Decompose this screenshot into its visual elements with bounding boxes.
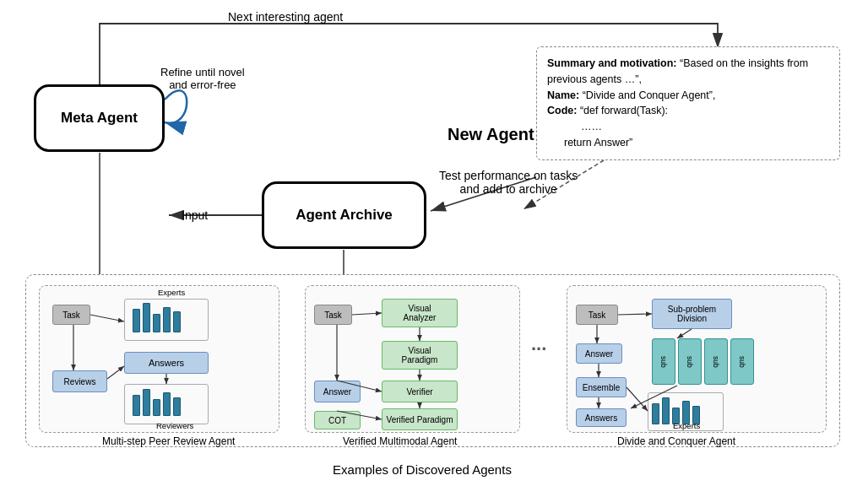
sub-box-3: sub	[704, 338, 728, 385]
multimodal-subpanel: Task VisualAnalyzer VisualParadigm Verif…	[305, 285, 520, 433]
summary-line1: Summary and motivation: “Based on the in…	[547, 56, 829, 88]
svg-line-9	[352, 313, 382, 315]
sub-box-1: sub	[652, 338, 675, 385]
summary-bold2: Name:	[547, 89, 579, 101]
experts-label-3: Experts	[673, 421, 700, 430]
test-perf-label: Test performance on tasksand add to arch…	[439, 169, 578, 196]
answer-box-2: Answer	[314, 381, 361, 402]
verified-paradigm-box: Verified Paradigm	[382, 408, 458, 430]
summary-line3: Code: “def forward(Task):	[547, 103, 829, 119]
svg-line-4	[90, 315, 124, 321]
divide-conquer-label: Divide and Conquer Agent	[617, 435, 735, 447]
svg-line-18	[677, 329, 692, 338]
meta-agent-box: Meta Agent	[34, 84, 165, 152]
summary-line2: Name: “Divide and Conquer Agent”,	[547, 88, 829, 104]
experts-border-1	[124, 299, 209, 341]
new-agent-label: New Agent	[448, 125, 534, 144]
sub-boxes-row: sub sub sub sub	[652, 338, 754, 385]
reviewers-border-1	[124, 384, 209, 424]
input-label: Input	[182, 208, 208, 222]
diagram-container: Next interesting agent Meta Agent Refine…	[0, 0, 868, 486]
sub-box-4: sub	[730, 338, 754, 385]
sub-box-2: sub	[678, 338, 702, 385]
dots-separator: ···	[531, 338, 546, 360]
multimodal-label: Verified Multimodal Agent	[343, 435, 457, 447]
peer-review-label: Multi-step Peer Review Agent	[102, 435, 235, 447]
divide-conquer-subpanel: Task Sub-problemDivision Answer Ensemble…	[567, 285, 827, 433]
visual-paradigm-box: VisualParadigm	[382, 341, 458, 370]
summary-bold1: Summary and motivation:	[547, 57, 677, 69]
task-box-1: Task	[52, 305, 90, 325]
meta-agent-label: Meta Agent	[61, 110, 138, 127]
next-agent-label: Next interesting agent	[228, 10, 343, 24]
experts-label-1: Experts	[158, 288, 185, 297]
svg-line-6	[107, 366, 124, 379]
test-perf-text: Test performance on tasksand add to arch…	[439, 169, 578, 196]
task-box-3: Task	[576, 305, 618, 325]
summary-line4: ……	[547, 119, 829, 135]
answers-box-1: Answers	[124, 352, 209, 374]
summary-line5: return Answer”	[547, 135, 829, 151]
svg-line-17	[618, 314, 652, 315]
summary-box: Summary and motivation: “Based on the in…	[536, 46, 840, 160]
visual-analyzer-box: VisualAnalyzer	[382, 299, 458, 327]
refine-text: Refine until noveland error-free	[160, 66, 245, 91]
verifier-box: Verifier	[382, 381, 458, 402]
summary-bold3: Code:	[547, 105, 577, 116]
agent-archive-box: Agent Archive	[262, 181, 426, 249]
answers-box-3: Answers	[576, 408, 627, 427]
summary-text3: “def forward(Task):	[577, 105, 668, 116]
answer-box-3: Answer	[576, 343, 622, 364]
examples-label: Examples of Discovered Agents	[253, 462, 591, 477]
ensemble-box: Ensemble	[576, 377, 627, 397]
reviewers-label-1: Reviewers	[156, 421, 193, 430]
reviews-box-1: Reviews	[52, 370, 107, 392]
task-box-2: Task	[314, 305, 352, 325]
cot-box: COT	[314, 411, 361, 429]
peer-review-subpanel: Experts Task Answers Reviews	[39, 285, 279, 433]
examples-panel: Experts Task Answers Reviews	[25, 274, 840, 447]
svg-line-23	[627, 387, 648, 411]
summary-text2: “Divide and Conquer Agent”,	[579, 89, 715, 101]
agent-archive-label: Agent Archive	[296, 207, 393, 224]
sub-problem-box: Sub-problemDivision	[652, 299, 732, 329]
refine-label: Refine until noveland error-free	[160, 66, 245, 91]
